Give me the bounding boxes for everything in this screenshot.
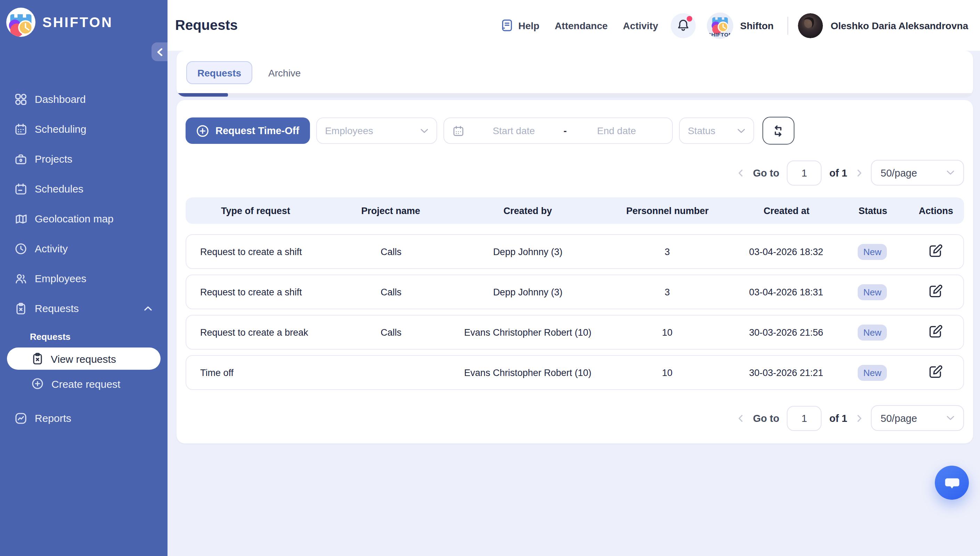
report-chart-icon [15, 412, 27, 424]
table-row: Request to create a shift Calls Depp Joh… [186, 234, 964, 269]
tab-requests[interactable]: Requests [186, 61, 252, 84]
table-row: Time off Evans Christopher Robert (10) 1… [186, 355, 964, 390]
status-placeholder: Status [688, 125, 715, 136]
prev-page-button[interactable] [737, 414, 746, 422]
project-cell: Calls [326, 287, 455, 297]
request-time-off-label: Request Time-Off [215, 125, 299, 136]
edit-request-button[interactable] [928, 323, 943, 339]
status-badge: New [858, 324, 887, 340]
requests-group-label: Requests [30, 331, 168, 342]
created-at-cell: 30-03-2026 21:56 [735, 327, 838, 338]
created-by-cell: Evans Christopher Robert (10) [456, 327, 600, 338]
tab-archive[interactable]: Archive [257, 61, 312, 84]
sidebar-item-label: Scheduling [35, 123, 86, 135]
company-name[interactable]: Shifton [740, 20, 773, 31]
go-to-label: Go to [753, 167, 780, 178]
created-at-cell: 30-03-2026 21:21 [735, 367, 838, 378]
help-button[interactable]: Help [500, 19, 539, 32]
sidebar-item-requests[interactable]: Requests [0, 293, 168, 323]
column-header: Status [838, 205, 908, 216]
sidebar-item-reports[interactable]: Reports [0, 403, 168, 433]
plus-circle-icon [196, 124, 209, 137]
sidebar-item-view-requests[interactable]: View requests [7, 348, 161, 370]
next-page-button[interactable] [855, 168, 863, 177]
request-type-cell: Request to create a break [186, 327, 326, 338]
per-page-select[interactable]: 50/page [871, 405, 964, 431]
header-divider [788, 16, 788, 34]
activity-link[interactable]: Activity [623, 20, 658, 31]
page-count-label: of 1 [829, 167, 847, 178]
chat-widget-button[interactable] [935, 465, 969, 500]
calendar-dots-icon [15, 123, 27, 135]
sidebar-item-employees[interactable]: Employees [0, 263, 168, 293]
sidebar-item-label: Dashboard [35, 93, 86, 105]
personnel-cell: 10 [600, 367, 735, 378]
page-number-input[interactable] [787, 160, 822, 185]
date-separator: - [563, 125, 567, 136]
status-badge: New [858, 244, 887, 260]
sidebar-item-label: Schedules [35, 183, 83, 195]
sidebar-collapse-button[interactable] [152, 42, 168, 61]
end-date-placeholder[interactable]: End date [570, 125, 664, 136]
table-header: Type of request Project name Created by … [186, 197, 964, 224]
project-cell: Calls [326, 246, 455, 257]
column-header: Created by [455, 205, 599, 216]
status-badge: New [858, 284, 887, 300]
shifton-logo-icon [6, 8, 36, 37]
notifications-button[interactable] [671, 13, 696, 38]
edit-request-button[interactable] [928, 283, 943, 299]
attendance-link[interactable]: Attendance [555, 20, 607, 31]
sidebar-item-label: Create request [52, 378, 120, 390]
request-time-off-button[interactable]: Request Time-Off [186, 118, 310, 144]
dashboard-icon [15, 93, 27, 105]
briefcase-icon [15, 152, 27, 165]
page-number-input[interactable] [787, 406, 822, 430]
chevron-down-icon [420, 128, 428, 133]
map-icon [15, 212, 27, 225]
user-name[interactable]: Oleshko Daria Aleksandrovna [831, 20, 968, 31]
sidebar-nav: Dashboard Scheduling Projects Schedules [0, 37, 168, 433]
user-avatar[interactable] [798, 13, 823, 38]
filter-row: Request Time-Off Employees Start date [186, 117, 964, 145]
page-title: Requests [175, 18, 238, 33]
sidebar-item-dashboard[interactable]: Dashboard [0, 84, 168, 114]
column-header: Project name [326, 205, 455, 216]
sidebar-item-activity[interactable]: Activity [0, 234, 168, 263]
svg-text:SHIFTON: SHIFTON [707, 31, 733, 37]
edit-request-button[interactable] [928, 364, 943, 379]
sidebar-item-projects[interactable]: Projects [0, 144, 168, 174]
prev-page-button[interactable] [737, 168, 746, 177]
request-type-cell: Time off [186, 367, 326, 378]
reset-filters-button[interactable] [762, 117, 794, 145]
users-icon [15, 272, 27, 284]
chevron-down-icon [947, 170, 954, 175]
content: Requests Archive Request Time-Off [168, 51, 980, 443]
chevron-down-icon [947, 415, 954, 420]
sidebar-item-schedules[interactable]: Schedules [0, 174, 168, 204]
date-range-input[interactable]: Start date - End date [443, 118, 672, 144]
next-page-button[interactable] [855, 414, 863, 422]
sidebar-item-scheduling[interactable]: Scheduling [0, 114, 168, 144]
status-select[interactable]: Status [679, 118, 754, 144]
created-by-cell: Evans Christopher Robert (10) [456, 367, 600, 378]
request-type-cell: Request to create a shift [186, 246, 326, 257]
plus-circle-icon [31, 377, 44, 390]
chevron-down-icon [737, 128, 745, 133]
sidebar-item-geolocation-map[interactable]: Geolocation map [0, 204, 168, 234]
go-to-label: Go to [753, 412, 780, 423]
company-avatar[interactable]: SHIFTON [707, 12, 733, 39]
sidebar-item-create-request[interactable]: Create request [0, 370, 168, 398]
clipboard-x-icon [31, 352, 44, 365]
start-date-placeholder[interactable]: Start date [467, 125, 560, 136]
edit-request-button[interactable] [928, 243, 943, 258]
tab-track [176, 93, 973, 97]
sidebar-item-label: Requests [35, 302, 79, 314]
column-header: Type of request [186, 205, 326, 216]
column-header: Created at [735, 205, 838, 216]
brand-name: SHIFTON [42, 14, 113, 30]
app-root: SHIFTON Dashboard Scheduling [0, 0, 980, 556]
chat-bubble-icon [943, 474, 961, 492]
personnel-cell: 3 [600, 287, 735, 297]
employees-select[interactable]: Employees [316, 118, 437, 144]
per-page-select[interactable]: 50/page [871, 160, 964, 186]
